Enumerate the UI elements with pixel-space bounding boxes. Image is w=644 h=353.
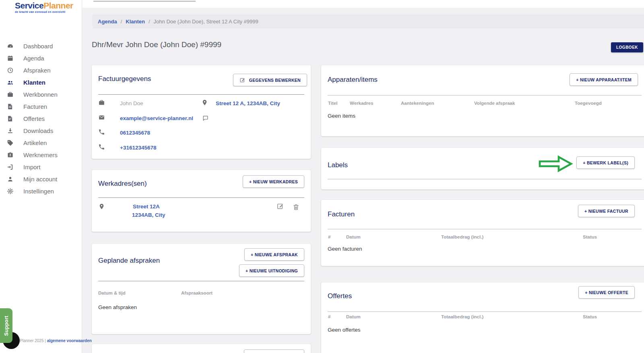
devices-card-title: Apparaten/items <box>328 76 378 84</box>
sidebar-item-afspraken[interactable]: Afspraken <box>0 64 82 76</box>
brand-name-primary: Service <box>15 1 43 10</box>
sidebar-item-werkbonnen[interactable]: Werkbonnen <box>0 88 82 100</box>
sidebar-item-label: Import <box>23 164 41 170</box>
clock-icon <box>7 67 14 74</box>
sidebar-item-import[interactable]: Import <box>0 161 82 173</box>
sidebar-item-label: Werknemers <box>23 152 58 158</box>
cutoff-card <box>92 344 311 353</box>
bewerk-labels-button[interactable]: + BEWERK LABEL(S) <box>576 156 635 169</box>
labels-card: Labels + BEWERK LABEL(S) <box>321 148 644 189</box>
delete-address-icon[interactable] <box>292 203 300 211</box>
edit-billing-button[interactable]: GEGEVENS BEWERKEN <box>233 74 307 86</box>
breadcrumb-current: John Doe (John Doe), Street 12 A City #9… <box>154 19 258 25</box>
new-quote-button[interactable]: + NIEUWE OFFERTE <box>578 286 635 299</box>
new-device-button[interactable]: + NIEUW APPARAAT/ITEM <box>570 73 638 86</box>
quotes-empty-text: Geen offertes <box>328 327 361 333</box>
terms-link[interactable]: algemene voorwaarden <box>47 338 92 343</box>
divider <box>328 95 642 96</box>
person-icon <box>7 176 14 183</box>
sidebar-item-klanten[interactable]: Klanten <box>0 76 82 88</box>
new-quote-label: + NIEUWE OFFERTE <box>585 290 628 295</box>
sidebar-item-instellingen[interactable]: Instellingen <box>0 185 82 197</box>
invoices-card-title: Facturen <box>328 210 355 218</box>
column-header-number: # <box>328 235 330 239</box>
copyright-text: Planner 2025 | <box>20 338 46 343</box>
sidebar-item-label: Instellingen <box>23 188 54 195</box>
divider <box>98 94 304 95</box>
new-invoice-label: + NIEUWE FACTUUR <box>584 209 628 214</box>
billing-phone-intl[interactable]: +31612345678 <box>120 145 156 151</box>
work-address-line1[interactable]: Street 12A <box>133 203 160 210</box>
gauge-icon <box>7 43 14 50</box>
column-header-status: Status <box>583 235 597 239</box>
cutoff-card-button[interactable] <box>244 349 304 353</box>
breadcrumb: Agenda / Klanten / John Doe (John Doe), … <box>93 15 644 29</box>
sidebar-item-facturen[interactable]: Facturen <box>0 100 82 112</box>
right-column: Apparaten/items + NIEUW APPARAAT/ITEM Ti… <box>321 65 644 353</box>
breadcrumb-link-agenda[interactable]: Agenda <box>98 19 117 25</box>
new-work-address-button[interactable]: + NIEUW WERKADRES <box>243 175 304 188</box>
column-header-afspraaksoort: Afspraaksoort <box>181 291 213 295</box>
sidebar-item-agenda[interactable]: Agenda <box>0 52 82 64</box>
logbook-button[interactable]: LOGBOEK <box>611 42 643 52</box>
devices-card: Apparaten/items + NIEUW APPARAAT/ITEM Ti… <box>321 65 644 136</box>
column-header-aantekeningen: Aantekeningen <box>401 101 434 106</box>
new-invite-button[interactable]: + NIEUWE UITNODIGING <box>239 264 304 277</box>
top-bar <box>82 0 644 8</box>
location-pin-icon <box>98 203 105 210</box>
chat-bubble-icon[interactable] <box>202 115 209 122</box>
sidebar-item-downloads[interactable]: Downloads <box>0 125 82 137</box>
column-header-status: Status <box>583 314 597 319</box>
sidebar-item-label: Offertes <box>23 115 45 122</box>
column-header-datum-tijd: Datum & tijd <box>98 291 126 295</box>
quotes-card: Offertes + NIEUWE OFFERTE # Datum Totaal… <box>321 282 644 353</box>
devices-empty-text: Geen items <box>328 113 355 119</box>
column-header-number: # <box>328 314 330 319</box>
sidebar-item-offertes[interactable]: Offertes <box>0 112 82 125</box>
billing-phone-mobile[interactable]: 0612345678 <box>120 130 150 136</box>
invoice-icon <box>7 103 14 110</box>
column-header-totaalbedrag: Totaalbedrag (incl.) <box>441 235 483 239</box>
new-appointment-label: + NIEUWE AFSPRAAK <box>251 252 298 257</box>
new-invoice-button[interactable]: + NIEUWE FACTUUR <box>578 205 635 217</box>
column-header-totaalbedrag: Totaalbedrag (incl.) <box>441 314 483 319</box>
edit-icon <box>239 77 246 83</box>
sidebar-item-artikelen[interactable]: Artikelen <box>0 137 82 149</box>
location-pin-icon <box>201 99 208 106</box>
support-tab-label: Support <box>3 316 9 336</box>
invoices-empty-text: Geen facturen <box>328 246 362 252</box>
work-address-card: Werkadres(sen) + NIEUW WERKADRES Street … <box>92 170 311 232</box>
sidebar-item-dashboard[interactable]: Dashboard <box>0 40 82 52</box>
appointments-card-title: Geplande afspraken <box>98 257 160 265</box>
sidebar-item-label: Mijn account <box>23 176 57 183</box>
sidebar-item-mijn-account[interactable]: Mijn account <box>0 173 82 185</box>
edit-address-icon[interactable] <box>277 202 284 210</box>
new-work-address-label: + NIEUW WERKADRES <box>249 179 298 184</box>
breadcrumb-link-klanten[interactable]: Klanten <box>126 19 145 25</box>
gear-icon <box>7 188 14 195</box>
column-header-werkadres: Werkadres <box>350 101 374 106</box>
tag-icon <box>7 139 14 146</box>
divider <box>328 179 642 179</box>
work-address-line2[interactable]: 1234AB, City <box>132 212 165 218</box>
brand-tagline: de kracht van eenvoud en overzicht <box>15 11 73 14</box>
page-title: Dhr/Mevr John Doe (John Doe) #9999 <box>92 40 221 49</box>
new-appointment-button[interactable]: + NIEUWE AFSPRAAK <box>244 248 304 261</box>
calendar-icon <box>7 55 14 62</box>
edit-billing-label: GEGEVENS BEWERKEN <box>249 78 301 83</box>
sidebar-item-label: Klanten <box>23 79 45 86</box>
column-header-datum: Datum <box>346 314 361 319</box>
quotes-card-title: Offertes <box>328 292 352 300</box>
brand-logo[interactable]: ServicePlanner de kracht van eenvoud en … <box>15 1 73 14</box>
sidebar-item-label: Artikelen <box>23 139 47 146</box>
column-header-datum: Datum <box>346 235 361 239</box>
support-tab[interactable]: Support <box>0 308 12 343</box>
sidebar-item-werknemers[interactable]: Werknemers <box>0 149 82 161</box>
billing-address[interactable]: Street 12 A, 1234AB, City <box>216 100 280 106</box>
labels-card-title: Labels <box>328 161 348 169</box>
brand-name-secondary: Planner <box>43 1 73 10</box>
sidebar-item-label: Afspraken <box>23 67 51 74</box>
quote-icon <box>7 115 14 122</box>
billing-email[interactable]: example@service-planner.nl <box>120 115 193 121</box>
divider <box>328 311 642 312</box>
